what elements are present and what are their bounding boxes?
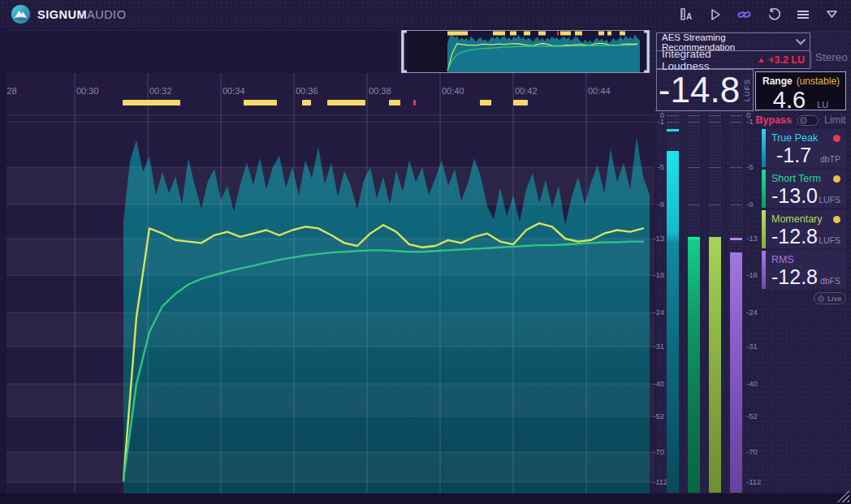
meter-tick bbox=[709, 167, 721, 168]
meter-tick bbox=[730, 167, 742, 168]
meter-scale-label: -52 bbox=[746, 412, 762, 420]
meter-scale-label: -9 bbox=[746, 200, 762, 209]
meter-tick bbox=[709, 122, 721, 123]
integrated-loudness-row: Integrated Loudness ▲+3.2 LU bbox=[657, 51, 810, 68]
meter-scale-label: -31 bbox=[653, 342, 664, 351]
toolbar-icons: A bbox=[678, 6, 851, 22]
collapse-icon[interactable] bbox=[824, 6, 840, 22]
brand-light: AUDIO bbox=[87, 8, 126, 21]
integrated-unit: LUFS bbox=[742, 79, 751, 101]
meter-tick bbox=[688, 115, 700, 116]
bypass-limit-row: Bypass Limit bbox=[755, 113, 846, 127]
meter-tick bbox=[667, 122, 679, 123]
divider bbox=[811, 52, 812, 68]
timeline-ruler[interactable]: 00:2800:3000:3200:3400:3600:3800:4000:42… bbox=[0, 73, 656, 110]
momentary-card: Momentary -12.8LUFS bbox=[762, 210, 846, 248]
link-icon[interactable] bbox=[737, 6, 752, 22]
range-unit: LU bbox=[817, 100, 828, 110]
bypass-limit-toggle[interactable] bbox=[797, 115, 819, 126]
plugin-window: SIGNUMAUDIO A bbox=[0, 0, 851, 504]
bypass-label: Bypass bbox=[756, 114, 792, 126]
live-toggle[interactable]: Live bbox=[814, 292, 846, 304]
warning-triangle-icon: ▲ bbox=[757, 55, 765, 64]
minimap-marker-yellow bbox=[620, 32, 625, 36]
svg-text:A: A bbox=[686, 12, 692, 21]
minimap-marker-yellow bbox=[607, 32, 611, 36]
minimap-marker-yellow bbox=[510, 32, 516, 36]
integrated-loudness-label: Integrated Loudness bbox=[657, 48, 757, 72]
channel-mode-label: Stereo bbox=[815, 51, 848, 63]
loudness-history-chart[interactable] bbox=[0, 73, 656, 493]
range-value: 4.6 bbox=[773, 87, 806, 114]
integrated-value-box: -14.8 LUFS bbox=[656, 69, 754, 111]
momentary-accent bbox=[762, 210, 766, 248]
true-peak-meter-peak-hold bbox=[667, 129, 679, 131]
undo-icon[interactable] bbox=[766, 6, 781, 22]
event-marker-yellow[interactable] bbox=[480, 100, 491, 106]
meter-scale-label: -70 bbox=[746, 448, 762, 456]
minimap-marker-yellow bbox=[493, 32, 505, 36]
short-term-unit: LUFS bbox=[818, 195, 840, 205]
scale-band bbox=[6, 312, 654, 347]
rms-meter-fill bbox=[730, 252, 742, 493]
event-marker-yellow[interactable] bbox=[389, 100, 400, 106]
minimap-empty-zone bbox=[408, 31, 447, 72]
meter-scale-label: -70 bbox=[653, 448, 664, 456]
meter-scale-label: -52 bbox=[653, 412, 664, 420]
time-label: 00:32 bbox=[149, 86, 172, 96]
minimap-marker-yellow bbox=[560, 32, 571, 36]
limit-label: Limit bbox=[824, 114, 845, 126]
play-icon[interactable] bbox=[707, 6, 723, 22]
short-term-card: Short Term -13.0LUFS bbox=[762, 170, 846, 208]
short-term-value: -13.0 bbox=[771, 184, 818, 208]
meter-tick bbox=[688, 122, 700, 123]
momentary-title: Momentary bbox=[771, 213, 833, 225]
time-label: 00:44 bbox=[588, 86, 611, 96]
event-marker-yellow[interactable] bbox=[327, 100, 365, 106]
rms-accent bbox=[762, 251, 766, 289]
meter-tick bbox=[709, 205, 721, 205]
true-peak-title: True Peak bbox=[771, 132, 833, 144]
event-marker-yellow[interactable] bbox=[123, 100, 180, 106]
signum-audio-logo bbox=[11, 4, 31, 24]
brand-name: SIGNUMAUDIO bbox=[37, 8, 126, 21]
time-label: 00:40 bbox=[442, 86, 464, 96]
short-term-status-dot bbox=[833, 175, 840, 183]
event-marker-yellow[interactable] bbox=[244, 100, 277, 106]
loudness-warning: ▲+3.2 LU bbox=[757, 54, 810, 66]
meter-tick bbox=[667, 115, 679, 116]
rms-meter-peak-hold bbox=[730, 238, 742, 240]
meter-scale-label: -112 bbox=[653, 478, 664, 486]
chevron-down-icon bbox=[792, 37, 810, 47]
true-peak-accent bbox=[762, 129, 766, 167]
scale-band bbox=[6, 167, 654, 205]
meter-tick bbox=[709, 115, 721, 116]
true-peak-meter bbox=[667, 111, 679, 495]
meter-tick bbox=[730, 122, 742, 123]
overview-minimap[interactable] bbox=[401, 30, 650, 73]
brand-bold: SIGNUM bbox=[37, 8, 87, 21]
event-marker-yellow[interactable] bbox=[302, 100, 311, 106]
meter-scale-label: -24 bbox=[653, 308, 664, 317]
metering-scale-icon[interactable]: A bbox=[678, 6, 693, 22]
top-bar: SIGNUMAUDIO A bbox=[0, 0, 851, 29]
integrated-value: -14.8 bbox=[659, 72, 740, 108]
scale-band bbox=[6, 384, 654, 416]
minimap-marker-yellow bbox=[524, 32, 530, 36]
menu-icon[interactable] bbox=[795, 6, 810, 22]
momentary-meter-fill bbox=[709, 237, 721, 493]
event-marker-yellow[interactable] bbox=[513, 100, 528, 106]
session-overview-empty bbox=[6, 31, 399, 73]
event-marker-red[interactable] bbox=[413, 100, 416, 106]
meter-tick bbox=[730, 205, 742, 205]
meter-scale-label: -9 bbox=[653, 200, 664, 209]
time-label: 00:36 bbox=[296, 86, 318, 96]
meter-tick bbox=[688, 167, 700, 168]
meter-scale-label: -18 bbox=[746, 271, 762, 279]
true-peak-value: -1.7 bbox=[771, 144, 816, 167]
minimap-marker-yellow bbox=[538, 32, 546, 36]
meter-scale-label: -5 bbox=[653, 163, 664, 171]
rms-value: -12.8 bbox=[771, 265, 818, 289]
live-label: Live bbox=[827, 294, 841, 303]
momentary-status-dot bbox=[833, 216, 840, 223]
